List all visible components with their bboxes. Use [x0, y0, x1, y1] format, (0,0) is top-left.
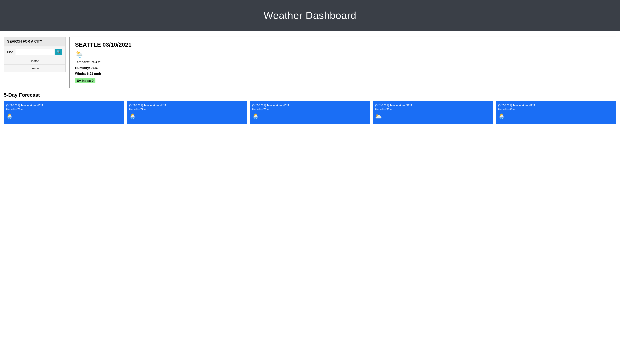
forecast-card: (3/22/2021) Temperature: 44°FHumidity 79… [127, 101, 247, 124]
forecast-section: 5-Day Forecast (3/21/2021) Temperature: … [0, 88, 620, 130]
main-content: SEARCH FOR A CITY City: 🔍 seattletampa S… [0, 31, 620, 88]
winds-detail: Winds: 6.91 mph [75, 72, 611, 76]
city-list-item[interactable]: tampa [4, 65, 65, 72]
forecast-cards: (3/21/2021) Temperature: 48°FHumidity 76… [4, 101, 616, 124]
forecast-card-info: (3/21/2021) Temperature: 48°FHumidity 76… [6, 103, 122, 112]
app-title: Weather Dashboard [264, 10, 356, 21]
search-button[interactable]: 🔍 [55, 49, 62, 55]
forecast-card-info: (3/24/2021) Temperature: 51°FHumidity 53… [375, 103, 491, 112]
weather-condition-icon: 🌦️ [75, 50, 84, 58]
forecast-card: (3/21/2021) Temperature: 48°FHumidity 76… [4, 101, 124, 124]
forecast-weather-icon: 🌥️ [375, 114, 491, 119]
forecast-card-info: (3/22/2021) Temperature: 44°FHumidity 79… [129, 103, 245, 112]
uv-index-badge: Uv-Index: 0 [75, 78, 95, 83]
city-list-item[interactable]: seattle [4, 57, 65, 65]
humidity-detail: Humidity: 76% [75, 66, 611, 70]
temperature-detail: Temperature 47°F [75, 60, 611, 64]
forecast-card-info: (3/25/2021) Temperature: 49°FHumidity 86… [498, 103, 614, 112]
forecast-card-info: (3/23/2021) Temperature: 46°FHumidity 73… [252, 103, 368, 112]
weather-icon: 🌦️ [75, 51, 611, 58]
current-weather-card: SEATTLE 03/10/2021 🌦️ Temperature 47°F H… [69, 37, 616, 88]
forecast-card: (3/23/2021) Temperature: 46°FHumidity 73… [250, 101, 370, 124]
search-form: City: 🔍 [4, 46, 65, 57]
city-input[interactable] [15, 49, 54, 55]
forecast-weather-icon: 🌦️ [6, 114, 122, 119]
weather-card-title: SEATTLE 03/10/2021 [75, 41, 611, 48]
forecast-weather-icon: 🌦️ [129, 114, 245, 119]
search-panel: SEARCH FOR A CITY City: 🔍 seattletampa [4, 37, 65, 72]
forecast-weather-icon: 🌦️ [498, 114, 614, 119]
search-panel-title: SEARCH FOR A CITY [4, 37, 65, 46]
city-list: seattletampa [4, 57, 65, 72]
forecast-card: (3/24/2021) Temperature: 51°FHumidity 53… [373, 101, 493, 124]
forecast-card: (3/25/2021) Temperature: 49°FHumidity 86… [496, 101, 616, 124]
forecast-title: 5-Day Forecast [4, 92, 616, 98]
app-header: Weather Dashboard [0, 0, 620, 31]
search-icon: 🔍 [57, 50, 61, 54]
forecast-weather-icon: 🌦️ [252, 114, 368, 119]
city-label: City: [7, 50, 13, 54]
